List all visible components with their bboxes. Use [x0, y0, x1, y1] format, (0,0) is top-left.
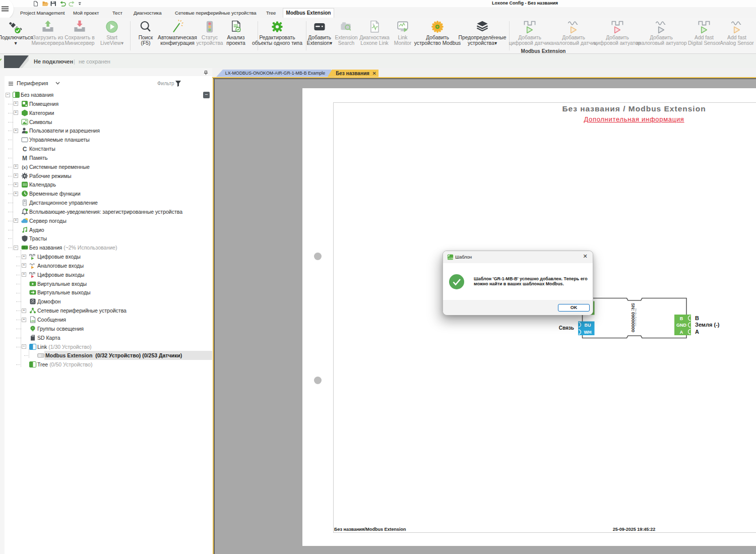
svg-text:BU: BU [585, 323, 591, 328]
svg-text:Modbus Extension: Modbus Extension [635, 309, 637, 327]
svg-text:(x): (x) [22, 164, 28, 169]
svg-text:M: M [22, 154, 27, 161]
svg-text:A: A [695, 329, 699, 335]
svg-text:A: A [680, 330, 683, 335]
svg-text:LOG: LOG [30, 320, 35, 323]
svg-text:B: B [695, 315, 699, 321]
svg-text:C: C [23, 146, 27, 153]
svg-text:LOXONE: LOXONE [447, 258, 454, 260]
svg-text:GND: GND [676, 323, 687, 328]
svg-text:Связь: Связь [559, 325, 574, 331]
svg-text:L: L [372, 22, 374, 25]
svg-text:WH: WH [584, 330, 592, 335]
svg-text:B: B [680, 316, 683, 321]
svg-text:Земля (-): Земля (-) [695, 322, 720, 328]
